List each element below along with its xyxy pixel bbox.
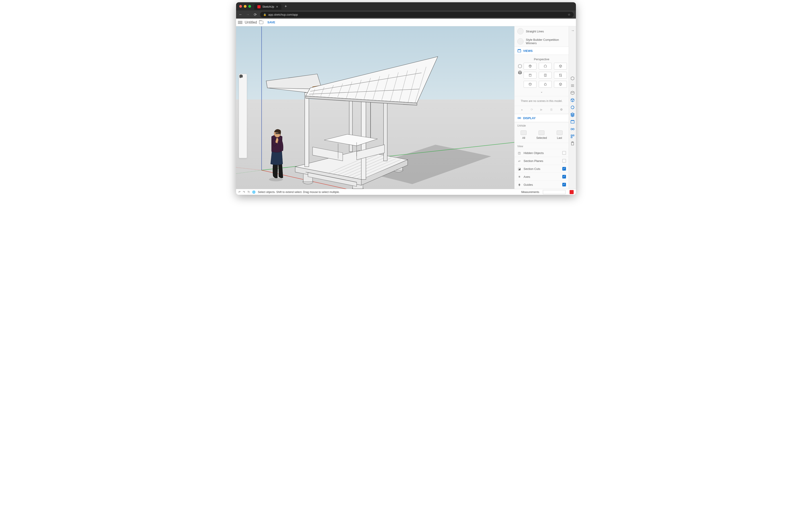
play-scene-icon[interactable]: ▶ <box>540 108 543 112</box>
view-front-button[interactable] <box>554 63 567 69</box>
minimize-window-icon[interactable] <box>244 5 246 8</box>
back-button[interactable]: ← <box>238 12 243 17</box>
views-section-header[interactable]: VIEWS <box>515 47 569 55</box>
perspective-mode-icon[interactable] <box>518 70 522 75</box>
close-window-icon[interactable] <box>239 5 242 8</box>
delete-all-guides-link[interactable]: Delete all guides <box>515 188 569 189</box>
add-scene-icon[interactable]: ＋ <box>520 108 523 112</box>
close-tab-icon[interactable]: ✕ <box>276 5 278 8</box>
sketchup-logo-icon <box>570 190 574 194</box>
components-icon[interactable] <box>570 91 575 95</box>
svg-marker-33 <box>324 134 377 146</box>
unhide-last-button[interactable]: Last <box>557 130 562 140</box>
view-iso-button[interactable] <box>524 63 536 69</box>
scenes-icon[interactable] <box>570 120 575 124</box>
style-item-competition-winners[interactable]: Style Builder Competition Winners <box>515 36 569 47</box>
eraser-tool-icon[interactable] <box>240 88 246 94</box>
views-expand-icon[interactable]: ⌄ <box>516 88 567 93</box>
display-panel-icon[interactable] <box>570 127 575 131</box>
measurements-input[interactable] <box>543 190 566 194</box>
entity-info-icon[interactable] <box>570 76 575 81</box>
help-icon[interactable]: ?⃝ <box>248 190 250 194</box>
pushpull-tool-icon[interactable] <box>240 119 246 125</box>
language-icon[interactable]: 🌐 <box>252 190 256 194</box>
move-tool-icon[interactable] <box>240 132 246 138</box>
iso-mode-icon[interactable] <box>518 64 522 69</box>
redo-icon[interactable]: ↷ <box>243 190 245 194</box>
view-right-button[interactable] <box>524 72 536 79</box>
checkbox-icon[interactable] <box>562 167 566 171</box>
view-back-button[interactable] <box>539 72 552 79</box>
warehouse-tool-icon[interactable] <box>240 151 246 157</box>
unhide-selected-button[interactable]: Selected <box>536 130 547 140</box>
toggle-label: Guides <box>524 183 533 186</box>
viewport[interactable] <box>236 26 514 189</box>
orbit-tool-icon[interactable] <box>240 145 246 151</box>
toggle-section-cuts[interactable]: ◪ Section Cuts <box>515 165 569 173</box>
unhide-selected-label: Selected <box>536 136 547 140</box>
projection-label: Perspective <box>516 57 567 63</box>
toggle-axes[interactable]: ✳ Axes <box>515 173 569 181</box>
display-title: DISPLAY <box>523 116 535 120</box>
checkbox-icon[interactable] <box>562 183 566 186</box>
checkbox-icon[interactable] <box>562 159 566 163</box>
tape-measure-tool-icon[interactable] <box>240 139 246 144</box>
unhide-all-icon <box>521 130 526 135</box>
collapse-panel-icon[interactable]: → <box>571 29 576 33</box>
address-bar[interactable]: 🔒 app.sketchup.com/app ☆ <box>260 12 574 18</box>
panel-rail: → <box>569 26 576 189</box>
checkbox-icon[interactable] <box>562 175 566 179</box>
forward-button[interactable]: → <box>245 12 250 17</box>
refresh-scene-icon[interactable]: ⟳ <box>531 108 533 112</box>
menu-button[interactable] <box>238 21 242 24</box>
unhide-all-button[interactable]: All <box>521 130 526 140</box>
view-top-button[interactable] <box>539 63 552 69</box>
browser-chrome: SketchUp ✕ + ← → ⟳ 🔒 app.sketchup.com/ap… <box>236 2 576 19</box>
view-left-button[interactable] <box>554 72 567 79</box>
offset-tool-icon[interactable] <box>240 126 246 131</box>
view-home-button[interactable] <box>539 81 552 88</box>
unhide-selected-icon <box>539 130 545 135</box>
materials-icon[interactable] <box>570 98 575 102</box>
maximize-window-icon[interactable] <box>248 5 251 8</box>
undo-icon[interactable]: ↶ <box>238 190 241 194</box>
window-controls[interactable] <box>238 5 252 8</box>
svg-rect-77 <box>241 76 242 78</box>
reload-button[interactable]: ⟳ <box>253 12 257 17</box>
glasses-icon <box>517 116 521 120</box>
outliner-icon[interactable] <box>570 134 575 139</box>
clapperboard-icon <box>517 49 521 53</box>
style-item-straight-lines[interactable]: Straight Lines <box>515 26 569 36</box>
layers-icon[interactable] <box>570 112 575 117</box>
toggle-guides[interactable]: ⋕ Guides <box>515 181 569 188</box>
pencil-tool-icon[interactable] <box>240 100 246 106</box>
document-title: Untitled <box>245 20 257 25</box>
display-section-header[interactable]: DISPLAY <box>515 114 569 122</box>
browser-tab[interactable]: SketchUp ✕ <box>254 4 281 10</box>
scene-settings-icon[interactable]: ⚙ <box>560 108 563 112</box>
open-file-icon[interactable] <box>259 21 263 24</box>
toggle-label: Section Cuts <box>524 167 540 171</box>
guides-icon: ⋕ <box>517 183 521 187</box>
view-bottom-button[interactable] <box>524 81 536 88</box>
rectangle-tool-icon[interactable] <box>240 113 246 119</box>
save-button[interactable]: SAVE <box>265 20 277 25</box>
measurements-label: Measurements <box>521 190 539 194</box>
standard-views-grid <box>524 63 567 88</box>
section-planes-icon: ▱ <box>517 159 521 163</box>
axes-icon: ✳ <box>517 175 521 179</box>
select-tool-icon[interactable] <box>240 81 246 87</box>
bookmark-star-icon[interactable]: ☆ <box>568 13 571 16</box>
arc-tool-icon[interactable] <box>240 107 246 113</box>
checkbox-icon[interactable] <box>562 151 566 155</box>
instructor-icon[interactable] <box>570 83 575 88</box>
new-tab-button[interactable]: + <box>283 4 288 9</box>
toggle-hidden-objects[interactable]: ◫ Hidden Objects <box>515 149 569 157</box>
toggle-section-planes[interactable]: ▱ Section Planes <box>515 157 569 165</box>
view-iso2-button[interactable] <box>554 81 567 88</box>
svg-point-85 <box>518 117 519 119</box>
paint-bucket-tool-icon[interactable] <box>240 94 246 100</box>
delete-scene-icon[interactable]: 🗑 <box>550 108 553 112</box>
styles-icon[interactable] <box>570 105 575 110</box>
clipboard-icon[interactable] <box>570 141 575 146</box>
